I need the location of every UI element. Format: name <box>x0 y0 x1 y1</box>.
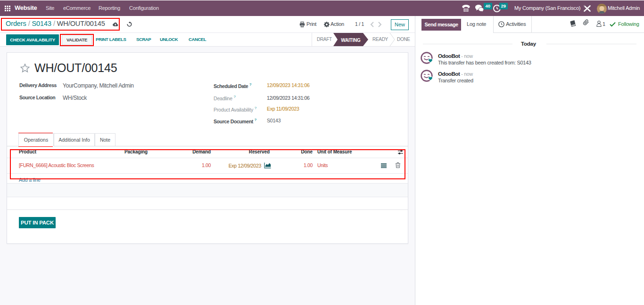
svg-text:WAITING: WAITING <box>341 38 361 43</box>
